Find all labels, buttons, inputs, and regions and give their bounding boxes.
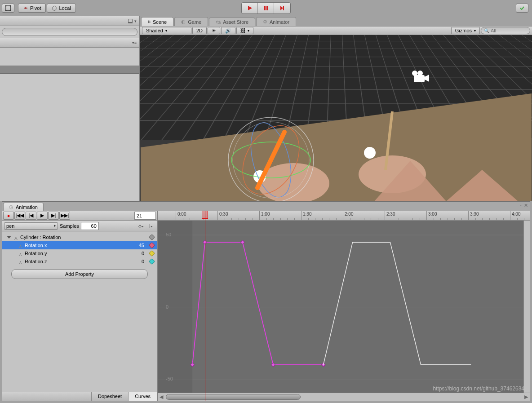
dopesheet-tab[interactable]: Dopesheet <box>91 392 128 401</box>
scroll-thumb[interactable] <box>166 394 301 400</box>
fx-dropdown[interactable]: 🖼 <box>236 27 253 34</box>
ruler-tick: 3:00 <box>426 211 437 220</box>
anim-play-button[interactable]: ▶ <box>37 212 48 220</box>
add-keyframe-button[interactable]: ◇₊ <box>137 222 145 230</box>
shading-dropdown[interactable]: Shaded <box>142 27 191 34</box>
check-icon <box>519 5 525 11</box>
hierarchy-panel: ▾ ▾≡ <box>0 16 140 201</box>
next-key-button[interactable]: ▶| <box>48 212 59 220</box>
local-button[interactable]: Local <box>47 4 75 13</box>
tab-animator[interactable]: ⚙ Animator <box>256 17 296 26</box>
samples-input[interactable] <box>81 222 99 230</box>
curves-editor[interactable]: 0:000:301:001:302:002:303:003:304:00 500… <box>158 211 530 401</box>
scene-icon: ⌗ <box>148 19 151 25</box>
step-icon <box>279 5 285 11</box>
keyframe-indicator[interactable] <box>149 250 155 257</box>
curves-label: Curves <box>135 394 151 399</box>
hierarchy-selected-row[interactable] <box>0 66 139 74</box>
step-button[interactable] <box>274 3 290 13</box>
svg-point-1 <box>5 5 7 6</box>
play-controls <box>241 2 291 14</box>
scroll-left-button[interactable]: ◀ <box>158 393 165 401</box>
search-icon: 🔍 <box>484 28 489 33</box>
add-event-button[interactable]: |₊ <box>147 222 155 230</box>
ruler-tick: 0:00 <box>176 211 186 220</box>
clip-dropdown[interactable]: pen ♦ <box>4 222 58 230</box>
pivot-label: Pivot <box>30 5 41 11</box>
rect-tool-button[interactable] <box>2 4 14 13</box>
right-toolbar-button[interactable] <box>516 4 528 13</box>
property-row[interactable]: Rotation.z 0 <box>2 257 157 266</box>
scroll-right-button[interactable]: ▶ <box>523 393 530 401</box>
audio-toggle[interactable]: 🔊 <box>221 27 235 34</box>
tab-animator-label: Animator <box>270 19 289 25</box>
horizontal-scrollbar[interactable]: ◀ ▶ <box>158 393 530 401</box>
property-name: Rotation.y <box>7 251 124 256</box>
local-label: Local <box>59 5 71 11</box>
transform-icon <box>18 259 23 264</box>
image-icon: 🖼 <box>240 28 245 33</box>
gizmos-dropdown[interactable]: Gizmos <box>451 27 480 34</box>
animation-playback-controls: ● |◀◀ |◀ ▶ ▶| ▶▶| <box>2 211 157 221</box>
keyframe-indicator[interactable] <box>149 242 155 248</box>
ruler-tick: 3:30 <box>468 211 479 220</box>
playhead[interactable] <box>205 211 205 401</box>
2d-toggle[interactable]: 2D <box>192 27 207 34</box>
panel-menu-icon[interactable]: ▾≡ <box>132 40 137 45</box>
tab-game[interactable]: ◐ Game <box>174 17 208 26</box>
scene-viewport[interactable] <box>140 35 532 201</box>
disclosure-icon[interactable] <box>7 236 11 239</box>
first-frame-button[interactable]: |◀◀ <box>14 212 25 220</box>
svg-rect-38 <box>241 240 244 244</box>
gizmos-label: Gizmos <box>455 28 472 33</box>
hierarchy-search-input[interactable] <box>2 28 137 36</box>
maximize-icon[interactable]: ▫ <box>520 203 522 208</box>
speaker-icon: 🔊 <box>225 28 231 34</box>
svg-rect-7 <box>264 6 266 10</box>
curves-area[interactable]: 500-50 <box>158 221 530 393</box>
lock-icon[interactable] <box>128 19 133 23</box>
clip-name: pen <box>6 223 14 229</box>
svg-rect-39 <box>271 363 275 367</box>
anim-play-icon: ▶ <box>40 213 44 218</box>
property-row[interactable]: Rotation.y 0 <box>2 249 157 257</box>
watermark: https://blog.csdn.net/github_37462634 <box>433 385 525 392</box>
curves-tab[interactable]: Curves <box>128 392 157 401</box>
property-root-label: Cylinder : Rotation <box>20 235 148 240</box>
animation-tab-label: Animation <box>16 204 38 210</box>
frame-input[interactable] <box>134 212 156 220</box>
lighting-toggle[interactable]: ☀ <box>208 27 220 34</box>
property-row[interactable]: Rotation.x 45 <box>2 241 157 249</box>
play-icon <box>247 5 253 11</box>
keyframe-indicator[interactable] <box>149 234 155 240</box>
tab-scene-label: Scene <box>153 19 167 25</box>
transform-icon <box>14 235 18 239</box>
timeline-ruler[interactable]: 0:000:301:001:302:002:303:003:304:00 <box>158 211 530 221</box>
samples-label: Samples <box>60 223 79 229</box>
property-value: 0 <box>125 259 148 264</box>
last-frame-button[interactable]: ▶▶| <box>59 212 70 220</box>
dropdown-icon[interactable]: ▾ <box>134 19 137 23</box>
last-icon: ▶▶| <box>61 213 69 218</box>
tab-asset-store[interactable]: 🛍 Asset Store <box>209 18 255 26</box>
play-button[interactable] <box>242 3 258 13</box>
scene-search-input[interactable] <box>489 28 525 33</box>
game-icon: ◐ <box>181 19 186 25</box>
property-root-row[interactable]: Cylinder : Rotation <box>2 233 157 241</box>
property-tree: Cylinder : Rotation Rotation.x 45 Rotati… <box>2 231 157 392</box>
ruler-tick: 1:30 <box>301 211 311 220</box>
prev-key-button[interactable]: |◀ <box>26 212 36 220</box>
pause-button[interactable] <box>258 3 274 13</box>
tab-animation[interactable]: ◷ Animation <box>3 203 44 211</box>
animation-panel: ◷ Animation ▫ ✕ ● |◀◀ |◀ ▶ ▶| ▶▶| pen ♦ <box>2 201 530 401</box>
add-property-button[interactable]: Add Property <box>11 269 148 279</box>
svg-point-26 <box>412 71 417 76</box>
pivot-button[interactable]: Pivot <box>18 4 46 13</box>
keyframe-indicator[interactable] <box>149 258 155 265</box>
close-icon[interactable]: ✕ <box>524 203 528 208</box>
vertical-scrollbar[interactable] <box>523 221 530 393</box>
prev-key-icon: |◀ <box>29 213 34 218</box>
record-button[interactable]: ● <box>3 212 14 220</box>
pause-icon <box>263 5 269 11</box>
tab-scene[interactable]: ⌗ Scene <box>141 17 173 26</box>
